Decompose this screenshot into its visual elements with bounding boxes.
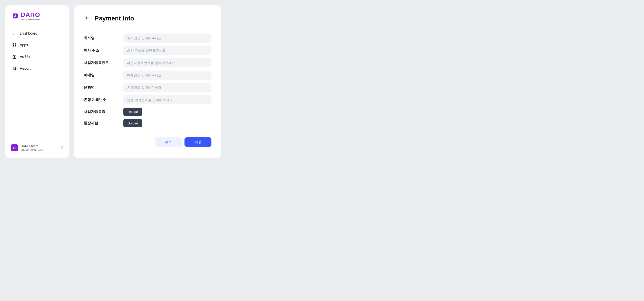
chevron-right-icon <box>60 145 64 150</box>
sidebar-item-label: Report <box>20 66 30 70</box>
logo[interactable]: DARO powered by DelightRoom <box>11 12 64 20</box>
company-address-input[interactable] <box>123 46 212 55</box>
logo-name: DARO <box>21 12 40 18</box>
user-name: DARO Team <box>21 144 57 148</box>
grid-icon <box>12 43 17 48</box>
nav-list: Dashboard Apps Ad Units Report <box>11 29 64 73</box>
svg-rect-5 <box>15 46 16 47</box>
form-row-business-cert: 사업자등록증 Upload <box>84 108 212 116</box>
business-cert-upload-button[interactable]: Upload <box>123 108 142 116</box>
sidebar-item-label: Dashboard <box>20 32 37 36</box>
sidebar-item-ad-units[interactable]: Ad Units <box>11 52 64 61</box>
form-row-company-name: 회사명 <box>84 34 212 43</box>
main-panel: Payment Info 회사명 회사 주소 사업자등록번호 이메일 은행명 <box>74 6 221 158</box>
logo-tagline: powered by DelightRoom <box>21 18 40 20</box>
business-cert-label: 사업자등록증 <box>84 110 120 114</box>
form-actions: 취소 저장 <box>84 137 212 147</box>
form-row-email: 이메일 <box>84 70 212 80</box>
form-row-business-reg-no: 사업자등록번호 <box>84 58 212 68</box>
business-reg-no-label: 사업자등록번호 <box>84 60 120 65</box>
bankbook-label: 통장사본 <box>84 121 120 126</box>
user-footer[interactable]: D DARO Team support@daro.so <box>11 140 64 152</box>
cancel-button[interactable]: 취소 <box>155 137 182 147</box>
bank-name-label: 은행명 <box>84 85 120 90</box>
company-name-input[interactable] <box>123 34 212 43</box>
svg-rect-2 <box>13 44 14 45</box>
form-row-company-address: 회사 주소 <box>84 46 212 55</box>
svg-rect-4 <box>13 46 14 47</box>
sidebar-item-label: Ad Units <box>20 55 33 59</box>
bank-name-input[interactable] <box>123 83 212 92</box>
svg-point-7 <box>14 69 16 70</box>
sidebar-item-report[interactable]: Report <box>11 64 64 73</box>
bar-chart-icon <box>12 31 17 36</box>
arrow-left-icon <box>85 18 90 21</box>
business-reg-no-input[interactable] <box>123 58 212 68</box>
svg-rect-3 <box>15 44 16 45</box>
sidebar-item-label: Apps <box>20 43 28 47</box>
sidebar-item-dashboard[interactable]: Dashboard <box>11 29 64 38</box>
sidebar: DARO powered by DelightRoom Dashboard Ap… <box>6 6 70 158</box>
page-title: Payment Info <box>94 15 134 22</box>
company-name-label: 회사명 <box>84 36 120 40</box>
user-email: support@daro.so <box>21 148 57 152</box>
bankbook-upload-button[interactable]: Upload <box>123 119 142 127</box>
save-button[interactable]: 저장 <box>184 137 212 147</box>
company-address-label: 회사 주소 <box>84 48 120 53</box>
sidebar-item-apps[interactable]: Apps <box>11 41 64 50</box>
form-row-bank-account: 은행 계좌번호 <box>84 95 212 104</box>
svg-point-1 <box>15 14 16 16</box>
back-button[interactable] <box>84 14 91 22</box>
gift-icon <box>12 54 17 59</box>
email-input[interactable] <box>123 70 212 80</box>
bank-account-label: 은행 계좌번호 <box>84 98 120 102</box>
form-row-bank-name: 은행명 <box>84 83 212 92</box>
form-row-bankbook: 통장사본 Upload <box>84 119 212 127</box>
document-search-icon <box>12 66 17 71</box>
bank-account-input[interactable] <box>123 95 212 104</box>
avatar: D <box>11 144 18 152</box>
page-header: Payment Info <box>84 14 212 22</box>
payment-form: 회사명 회사 주소 사업자등록번호 이메일 은행명 은행 계좌번호 <box>84 34 212 127</box>
logo-rocket-icon <box>12 12 19 20</box>
email-label: 이메일 <box>84 73 120 78</box>
